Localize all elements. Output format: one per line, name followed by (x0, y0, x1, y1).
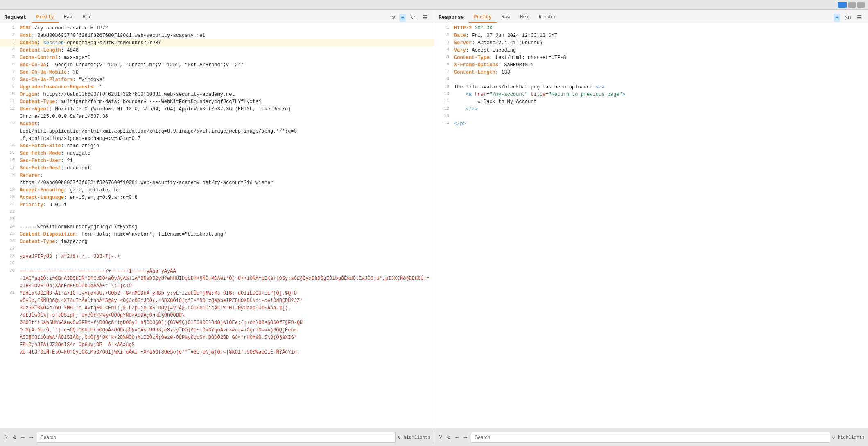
tab-pretty-request[interactable]: Pretty (32, 12, 59, 23)
tab-hex-request[interactable]: Hex (77, 12, 96, 23)
response-search-section: ? ⚙ ← → 0 highlights (438, 432, 865, 443)
table-row: 4 Vary: Accept-Encoding (434, 47, 868, 54)
table-row: 15 Sec-Fetch-Mode: navigate (0, 150, 434, 157)
table-row: 21 Priority: u=0, i (0, 201, 434, 209)
table-row: 23 (0, 216, 434, 223)
table-row: 14 </p> (434, 120, 868, 128)
table-row: 24 ------WebKitFormBoundarypgfJcq7LYfHyx… (0, 223, 434, 231)
table-row: 11 Content-Type: multipart/form-data; bo… (0, 98, 434, 106)
menu-icon[interactable]: ☰ (421, 13, 429, 22)
maximize-icon[interactable] (857, 2, 865, 8)
response-title: Response (439, 14, 464, 20)
back-icon-right[interactable]: ← (454, 433, 460, 442)
tab-pretty-response[interactable]: Pretty (469, 12, 496, 23)
forward-icon-right[interactable]: → (463, 433, 468, 442)
table-row: 22 (0, 209, 434, 216)
tab-raw-response[interactable]: Raw (497, 12, 515, 23)
request-title: Request (4, 14, 27, 20)
wrap-icon[interactable]: ≡ (399, 14, 406, 22)
table-row: 13 Accept: text/html,application/xhtml+x… (0, 120, 434, 142)
help-icon-right[interactable]: ? (438, 433, 443, 442)
request-toolbar: ⊘ ≡ \n ☰ (390, 13, 429, 22)
tile-icon[interactable] (838, 2, 847, 8)
highlights-badge-left: 0 highlights (398, 435, 430, 440)
table-row: 14 Sec-Fetch-Site: same-origin (0, 142, 434, 150)
table-row: 18 Referer: https://0abd00b6037f0f6281f3… (0, 172, 434, 187)
table-row: 10 <a href="/my-account" title="Return t… (434, 91, 868, 98)
table-row: 8 (434, 76, 868, 83)
table-row: 7 Content-Length: 133 (434, 69, 868, 76)
tab-hex-response[interactable]: Hex (515, 12, 534, 23)
settings-icon-left[interactable]: ⚙ (11, 432, 17, 442)
table-row: 30 -----------------------------7+------… (0, 268, 434, 290)
table-row: 10 Origin: https://0abd00b6037f0f6281f32… (0, 91, 434, 98)
table-row: 5 Content-Type: text/html; charset=UTF-8 (434, 54, 868, 61)
newline-icon[interactable]: \n (408, 14, 418, 22)
bottom-divider (434, 431, 434, 444)
table-row: 4 Content-Length: 4846 (0, 47, 434, 54)
request-body[interactable]: 1 POST /my-account/avatar HTTP/2 2 Host:… (0, 23, 434, 428)
top-bar (0, 0, 868, 10)
help-icon-left[interactable]: ? (3, 433, 9, 442)
request-search-section: ? ⚙ ← → 0 highlights (3, 432, 431, 443)
eye-icon[interactable]: ⊘ (390, 13, 396, 22)
request-panel-header: Request Pretty Raw Hex ⊘ ≡ \n ☰ (0, 10, 434, 23)
table-row: 2 Date: Fri, 07 Jun 2024 12:33:12 GMT (434, 32, 868, 39)
table-row: 2 Host: 0abd00b6037f0f6281f3267600f10081… (0, 32, 434, 39)
table-row: 6 X-Frame-Options: SAMEORIGIN (434, 61, 868, 69)
table-row: 12 User-Agent: Mozilla/5.0 (Windows NT 1… (0, 106, 434, 120)
response-toolbar: ≡ \n ☰ (834, 13, 864, 22)
table-row: 3 Cookie: session=dpsqofjBpgPs29fBJrgMou… (0, 39, 434, 47)
response-panel-header: Response Pretty Raw Hex Render ≡ \n ☰ (434, 10, 868, 23)
menu-icon-response[interactable]: ☰ (855, 13, 864, 22)
search-input-response[interactable] (471, 432, 830, 443)
table-row: 1 POST /my-account/avatar HTTP/2 (0, 25, 434, 32)
table-row: 31 °ÐdÈà\ÐÒ£ÑÐ¬ÂI°à>lÒ¬IýV(à×ÙU,>GÖþ2~~$… (0, 290, 434, 356)
table-row: 5 Cache-Control: max-age=0 (0, 54, 434, 61)
table-row: 28 yøyaJFIFyÜD ( %"2!&)+/.. 383-7(-.+ (0, 253, 434, 260)
table-row: 19 Accept-Encoding: gzip, deflate, br (0, 187, 434, 194)
table-row: 8 Sec-Ch-Ua-Platform: "Windows" (0, 76, 434, 83)
highlights-badge-right: 0 highlights (832, 435, 865, 440)
table-row: 9 Upgrade-Insecure-Requests: 1 (0, 83, 434, 91)
search-input-request[interactable] (37, 432, 396, 443)
settings-icon-right[interactable]: ⚙ (446, 432, 452, 442)
table-row: 17 Sec-Fetch-Dest: document (0, 164, 434, 172)
newline-icon-response[interactable]: \n (843, 14, 853, 22)
tab-raw-request[interactable]: Raw (59, 12, 78, 23)
table-row: 3 Server: Apache/2.4.41 (Ubuntu) (434, 39, 868, 47)
table-row: 9 The file avatars/blackhat.png has been… (434, 83, 868, 91)
table-row: 26 Content-Type: image/png (0, 238, 434, 246)
response-body[interactable]: 1 HTTP/2 200 OK 2 Date: Fri, 07 Jun 2024… (434, 23, 868, 428)
request-tabs: Pretty Raw Hex (32, 12, 96, 23)
panels-container: Request Pretty Raw Hex ⊘ ≡ \n ☰ 1 POST /… (0, 10, 868, 428)
table-row: 11 « Back to My Account (434, 98, 868, 106)
table-row: 7 Sec-Ch-Ua-Mobile: ?0 (0, 69, 434, 76)
response-panel: Response Pretty Raw Hex Render ≡ \n ☰ 1 … (434, 10, 868, 428)
tab-render-response[interactable]: Render (534, 12, 561, 23)
table-row: 25 Content-Disposition: form-data; name=… (0, 231, 434, 238)
minimize-icon[interactable] (848, 2, 856, 8)
table-row: 20 Accept-Language: en-US,en;q=0.9,ar;q=… (0, 194, 434, 201)
back-icon-left[interactable]: ← (20, 433, 26, 442)
forward-icon-left[interactable]: → (28, 433, 34, 442)
response-tabs: Pretty Raw Hex Render (469, 12, 561, 23)
table-row: 16 Sec-Fetch-User: ?1 (0, 157, 434, 164)
table-row: 27 (0, 246, 434, 253)
table-row: 13 (434, 113, 868, 120)
table-row: 12 </a> (434, 106, 868, 113)
window-controls (838, 2, 865, 8)
wrap-icon-response[interactable]: ≡ (834, 14, 840, 22)
table-row: 6 Sec-Ch-Ua: "Google Chrome";v="125", "C… (0, 61, 434, 69)
table-row: 29 (0, 260, 434, 268)
bottom-bar: ? ⚙ ← → 0 highlights ? ⚙ ← → 0 highlight… (0, 428, 868, 446)
table-row: 1 HTTP/2 200 OK (434, 25, 868, 32)
request-panel: Request Pretty Raw Hex ⊘ ≡ \n ☰ 1 POST /… (0, 10, 434, 428)
